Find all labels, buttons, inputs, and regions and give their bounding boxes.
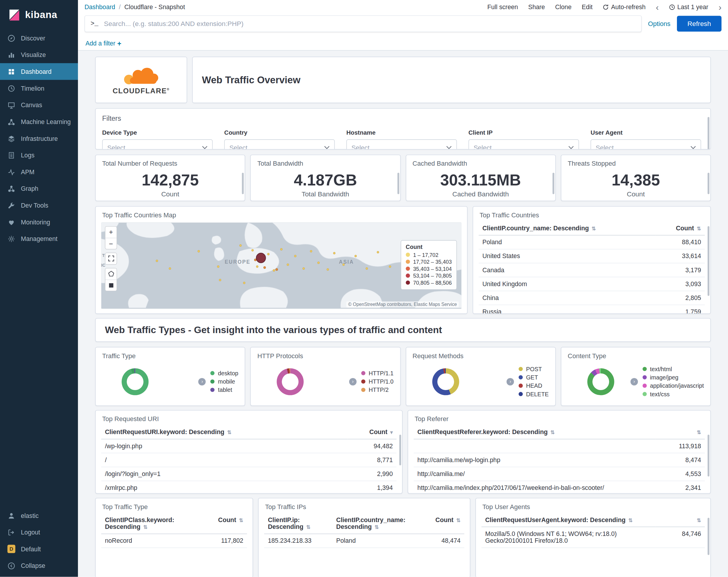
legend-item[interactable]: POST: [519, 366, 549, 372]
legend-item[interactable]: tablet: [210, 386, 238, 393]
filter-select[interactable]: Select...: [591, 140, 701, 150]
legend-item[interactable]: mobile: [210, 378, 238, 385]
sort-icon[interactable]: ⇅: [457, 517, 461, 523]
share-button[interactable]: Share: [528, 3, 545, 10]
column-header[interactable]: Count▾: [347, 426, 396, 439]
column-header[interactable]: ClientIPClass.keyword: Descending⇅: [101, 513, 199, 534]
query-box[interactable]: >_: [84, 15, 642, 32]
sidebar-item-elastic-user[interactable]: elastic: [0, 507, 78, 524]
legend-expand-icon[interactable]: ›: [630, 378, 638, 385]
fit-bounds-button[interactable]: [105, 253, 116, 264]
sidebar-item-collapse[interactable]: Collapse: [0, 557, 78, 574]
column-header[interactable]: Count⇅: [423, 513, 464, 534]
legend-item[interactable]: HEAD: [519, 382, 549, 389]
sort-icon[interactable]: ⇅: [306, 524, 310, 530]
time-range-picker[interactable]: Last 1 year: [669, 3, 708, 10]
legend-item[interactable]: text/css: [643, 391, 704, 397]
sidebar-item-infrastructure[interactable]: Infrastructure: [0, 130, 78, 147]
column-header[interactable]: ClientIP.country_name: Descending⇅: [478, 222, 655, 235]
sidebar-item-dashboard[interactable]: Dashboard: [0, 63, 78, 80]
column-header[interactable]: Count⇅: [656, 222, 705, 235]
sort-icon[interactable]: ⇅: [239, 517, 243, 523]
draw-rectangle-button[interactable]: [105, 280, 116, 291]
sidebar-item-canvas[interactable]: Canvas: [0, 97, 78, 114]
search-input[interactable]: [103, 20, 635, 28]
time-back-chevron-icon[interactable]: ‹: [656, 3, 659, 11]
legend-expand-icon[interactable]: ›: [349, 378, 357, 385]
legend-item[interactable]: GET: [519, 374, 549, 381]
content-type-donut-chart[interactable]: [587, 368, 614, 395]
auto-refresh-button[interactable]: Auto-refresh: [603, 3, 646, 10]
edit-button[interactable]: Edit: [582, 3, 593, 10]
column-header[interactable]: ⇅: [656, 513, 705, 527]
sidebar-item-logout[interactable]: Logout: [0, 524, 78, 541]
sort-icon[interactable]: ⇅: [697, 226, 701, 231]
clone-button[interactable]: Clone: [555, 3, 571, 10]
legend-item[interactable]: DELETE: [519, 391, 549, 397]
filter-select[interactable]: Select...: [224, 140, 335, 150]
sidebar-item-monitoring[interactable]: Monitoring: [0, 214, 78, 230]
legend-item[interactable]: image/jpeg: [643, 374, 704, 381]
sort-icon[interactable]: ▾: [390, 430, 393, 435]
sort-icon[interactable]: ⇅: [697, 430, 701, 435]
request-methods-donut-chart[interactable]: [432, 368, 459, 395]
sidebar-item-dev-tools[interactable]: Dev Tools: [0, 197, 78, 214]
legend-item[interactable]: application/javascript: [643, 382, 704, 389]
filter-select[interactable]: Select...: [102, 140, 212, 150]
panel-scrollbar[interactable]: [708, 518, 709, 555]
legend-item[interactable]: desktop: [210, 370, 238, 376]
add-filter-link[interactable]: Add a filter: [85, 40, 115, 47]
panel-scrollbar[interactable]: [708, 435, 709, 477]
sidebar-item-management[interactable]: Management: [0, 230, 78, 247]
column-header[interactable]: ⇅: [656, 426, 705, 439]
sidebar-item-machine-learning[interactable]: Machine Learning: [0, 114, 78, 130]
panel-scrollbar[interactable]: [397, 173, 399, 194]
zoom-out-button[interactable]: −: [105, 238, 116, 249]
sort-icon[interactable]: ⇅: [592, 226, 596, 231]
http-protocols-donut-chart[interactable]: [277, 368, 304, 395]
legend-item[interactable]: HTTP/2: [361, 386, 393, 393]
sort-icon[interactable]: ⇅: [551, 430, 555, 435]
column-header[interactable]: Count⇅: [199, 513, 247, 534]
refresh-button[interactable]: Refresh: [677, 16, 722, 31]
legend-expand-icon[interactable]: ›: [506, 378, 514, 385]
sort-icon[interactable]: ⇅: [143, 524, 147, 530]
column-header[interactable]: ClientRequestReferer.keyword: Descending…: [414, 426, 655, 439]
traffic-type-donut-chart[interactable]: [122, 368, 149, 395]
add-filter-plus-icon[interactable]: +: [117, 39, 121, 47]
options-link[interactable]: Options: [648, 20, 671, 27]
panel-scrollbar[interactable]: [708, 173, 709, 194]
map-container[interactable]: EUROPE ASIA TH IC + −: [101, 222, 462, 309]
column-header[interactable]: ClientIP.ip: Descending⇅: [264, 513, 332, 534]
panel-scrollbar[interactable]: [708, 226, 709, 296]
legend-expand-icon[interactable]: ›: [199, 378, 206, 385]
map-bubble-poland[interactable]: [256, 253, 265, 263]
sidebar-item-timelion[interactable]: Timelion: [0, 80, 78, 97]
sidebar-item-apm[interactable]: APM: [0, 164, 78, 180]
legend-item[interactable]: HTTP/1.0: [361, 378, 393, 385]
zoom-in-button[interactable]: +: [105, 226, 116, 238]
sidebar-item-graph[interactable]: Graph: [0, 180, 78, 197]
panel-scrollbar[interactable]: [399, 435, 401, 466]
breadcrumb-dashboard-link[interactable]: Dashboard: [84, 3, 115, 10]
sort-icon[interactable]: ⇅: [697, 517, 701, 523]
filter-select[interactable]: Select...: [468, 140, 579, 150]
panel-scrollbar[interactable]: [552, 173, 554, 194]
column-header[interactable]: ClientRequestURI.keyword: Descending⇅: [101, 426, 347, 439]
sort-icon[interactable]: ⇅: [628, 517, 632, 523]
sidebar-item-discover[interactable]: Discover: [0, 30, 78, 47]
filter-select[interactable]: Select...: [346, 140, 457, 150]
legend-item[interactable]: text/html: [643, 366, 704, 372]
legend-item[interactable]: HTTP/1.1: [361, 370, 393, 376]
draw-polygon-button[interactable]: [105, 269, 116, 280]
sidebar-item-visualize[interactable]: Visualize: [0, 46, 78, 63]
column-header[interactable]: ClientIP.country_name: Descending⇅: [332, 513, 422, 534]
sidebar-item-logs[interactable]: Logs: [0, 147, 78, 164]
sort-icon[interactable]: ⇅: [227, 430, 231, 435]
sidebar-item-default-space[interactable]: D Default: [0, 541, 78, 557]
column-header[interactable]: ClientRequestUserAgent.keyword: Descendi…: [482, 513, 656, 527]
panel-scrollbar[interactable]: [242, 173, 244, 194]
panel-scrollbar[interactable]: [708, 117, 709, 149]
kibana-logo[interactable]: kibana: [0, 0, 78, 30]
full-screen-button[interactable]: Full screen: [487, 3, 518, 10]
